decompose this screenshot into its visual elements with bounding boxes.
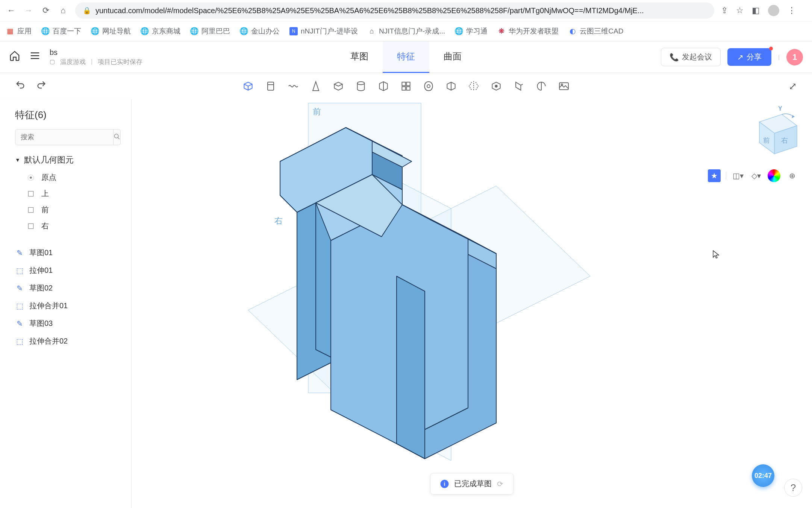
svg-text:右: 右 xyxy=(781,137,788,144)
view-cube[interactable]: Y 前 右 xyxy=(741,103,801,163)
tree-item-front-plane[interactable]: 前 xyxy=(26,202,116,218)
feature-sketch01[interactable]: ✎草图01 xyxy=(15,244,116,262)
bookmark-wps[interactable]: 🌐金山办公 xyxy=(240,26,280,36)
start-meeting-button[interactable]: 📞 发起会议 xyxy=(661,48,721,66)
notification-dot xyxy=(769,47,773,50)
url-text: yuntucad.com/model/#/modelSpace/%25E6%25… xyxy=(95,6,707,15)
forward-button[interactable]: → xyxy=(23,5,34,16)
svg-text:右: 右 xyxy=(274,216,283,225)
bookmark-xuexitong[interactable]: 🌐学习通 xyxy=(455,26,488,36)
reload-button[interactable]: ⟳ xyxy=(41,5,51,16)
bookmark-huawei[interactable]: ❋华为开发者联盟 xyxy=(497,26,559,36)
thicken-tool-icon[interactable] xyxy=(331,79,346,94)
rib-tool-icon[interactable] xyxy=(444,79,459,94)
bookmark-nav[interactable]: 🌐网址导航 xyxy=(91,26,131,36)
pattern-tool-icon[interactable] xyxy=(489,79,504,94)
tree-item-right-plane[interactable]: 右 xyxy=(26,218,116,234)
globe-icon: 🌐 xyxy=(190,27,198,35)
tab-feature[interactable]: 特征 xyxy=(383,41,429,73)
edge-view-icon[interactable]: ◇▾ xyxy=(750,169,762,182)
extrude-icon: ⬚ xyxy=(15,301,24,310)
svg-rect-19 xyxy=(28,191,33,196)
feature-toolbar: ⤢ xyxy=(0,73,812,99)
sweep-tool-icon[interactable] xyxy=(286,79,301,94)
search-button[interactable] xyxy=(114,129,121,145)
bookmark-njit1[interactable]: NnNJIT门户-进毕设 xyxy=(289,26,358,36)
svg-marker-36 xyxy=(397,276,425,459)
fillet-tool-icon[interactable] xyxy=(376,79,391,94)
feature-extrude-merge02[interactable]: ⬚拉伸合并02 xyxy=(15,332,116,350)
tab-sketch[interactable]: 草图 xyxy=(336,41,383,73)
feature-extrude-merge01[interactable]: ⬚拉伸合并01 xyxy=(15,297,116,315)
fullscreen-icon[interactable]: ⤢ xyxy=(789,81,797,92)
tree-item-top-plane[interactable]: 上 xyxy=(26,186,116,202)
extrude-icon: ⬚ xyxy=(15,337,24,346)
timer-badge[interactable]: 02:47 xyxy=(752,464,774,487)
appearance-icon[interactable] xyxy=(768,169,780,182)
search-input[interactable] xyxy=(15,129,114,145)
feature-extrude01[interactable]: ⬚拉伸01 xyxy=(15,262,116,279)
tree-item-origin[interactable]: 原点 xyxy=(26,169,116,186)
plane-icon xyxy=(26,189,35,198)
bookmark-baidu[interactable]: 🌐百度一下 xyxy=(41,26,81,36)
share-button[interactable]: ↗ 分享 xyxy=(727,48,771,66)
save-status: 项目已实时保存 xyxy=(98,58,142,66)
lock-icon: 🔒 xyxy=(83,6,91,15)
cube-view-icon[interactable]: ◫▾ xyxy=(732,169,744,182)
target-view-icon[interactable]: ⊕ xyxy=(786,169,798,182)
loft-tool-icon[interactable] xyxy=(308,79,323,94)
model-render: 前 右 xyxy=(132,99,812,508)
extrude-tool-icon[interactable] xyxy=(241,79,256,94)
hamburger-menu-icon[interactable] xyxy=(29,50,41,64)
chamfer-tool-icon[interactable] xyxy=(398,79,414,94)
3d-viewport[interactable]: 前 右 xyxy=(132,99,812,508)
shell-tool-icon[interactable] xyxy=(353,79,368,94)
sketch-icon: ✎ xyxy=(15,319,24,328)
boolean-tool-icon[interactable] xyxy=(511,79,526,94)
share-url-icon[interactable]: ⇪ xyxy=(721,6,728,15)
draft-tool-icon[interactable] xyxy=(421,79,436,94)
phone-icon: 📞 xyxy=(670,53,679,62)
split-tool-icon[interactable] xyxy=(534,79,549,94)
bookmark-yuntucad[interactable]: ◐云图三维CAD xyxy=(568,26,623,36)
feature-sketch03[interactable]: ✎草图03 xyxy=(15,315,116,332)
feature-sketch02[interactable]: ✎草图02 xyxy=(15,279,116,297)
default-geometry-group[interactable]: ▼ 默认几何图元 xyxy=(15,154,116,166)
tab-surface[interactable]: 曲面 xyxy=(429,41,476,73)
redo-button[interactable] xyxy=(36,80,47,93)
mirror-tool-icon[interactable] xyxy=(466,79,481,94)
caret-down-icon: ▼ xyxy=(15,157,20,163)
globe-icon: 🌐 xyxy=(41,27,50,35)
svg-rect-21 xyxy=(28,224,33,228)
bookmark-view-icon[interactable]: ★ xyxy=(708,169,721,182)
bookmark-njit2[interactable]: ⌂NJIT信息门户-录成... xyxy=(368,26,445,36)
folder-name[interactable]: 温度游戏 xyxy=(60,58,86,66)
svg-line-16 xyxy=(118,137,120,139)
profile-icon[interactable] xyxy=(768,5,779,16)
undo-button[interactable] xyxy=(15,80,26,93)
view-controls: ★ ◫▾ ◇▾ ⊕ xyxy=(706,167,801,184)
back-button[interactable]: ← xyxy=(6,5,17,16)
feature-tree-panel: 特征(6) ▼ 默认几何图元 原点 上 xyxy=(0,99,132,508)
revolve-tool-icon[interactable] xyxy=(263,79,278,94)
apps-grid-icon: ▦ xyxy=(6,27,14,35)
document-title[interactable]: bs xyxy=(50,48,142,57)
bookmark-alibaba[interactable]: 🌐阿里巴巴 xyxy=(190,26,230,36)
user-avatar[interactable]: 1 xyxy=(786,49,803,65)
svg-rect-7 xyxy=(406,82,410,85)
star-icon[interactable]: ☆ xyxy=(736,6,744,15)
sidepanel-icon[interactable]: ◧ xyxy=(752,6,760,15)
square-icon: N xyxy=(289,27,298,35)
svg-point-5 xyxy=(358,82,365,85)
bookmark-apps[interactable]: ▦应用 xyxy=(6,26,32,36)
bookmark-jd[interactable]: 🌐京东商城 xyxy=(141,26,180,36)
help-button[interactable]: ? xyxy=(784,479,802,497)
image-tool-icon[interactable] xyxy=(556,79,571,94)
kebab-menu-icon[interactable]: ⋮ xyxy=(788,6,796,15)
address-bar[interactable]: 🔒 yuntucad.com/model/#/modelSpace/%25E6%… xyxy=(75,2,714,19)
globe-icon: 🌐 xyxy=(455,27,463,35)
browser-home-button[interactable]: ⌂ xyxy=(58,5,68,16)
svg-point-10 xyxy=(427,85,430,88)
app-home-icon[interactable] xyxy=(9,50,20,64)
extrude-icon: ⬚ xyxy=(15,266,24,275)
